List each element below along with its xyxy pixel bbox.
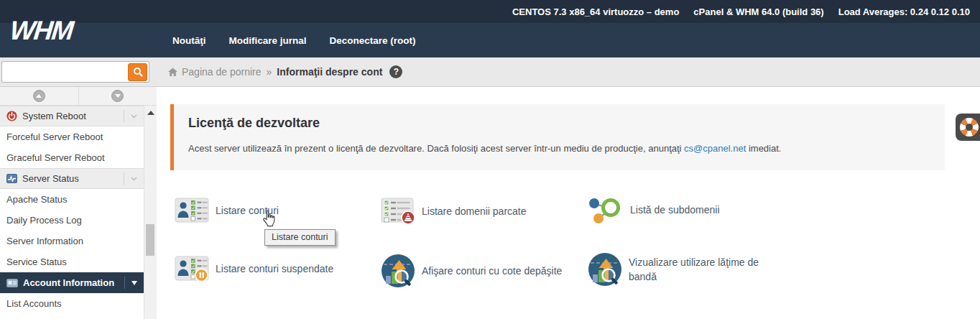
sidebar-menu: System Reboot Forceful Server Reboot Gra… [0,106,144,314]
main-content: Licenţă de dezvoltare Acest server utili… [157,87,980,319]
account-list-icon [175,198,209,223]
sidebar-item-forceful-server-reboot[interactable]: Forceful Server Reboot [0,126,144,147]
sidebar-item-list-accounts[interactable]: List Accounts [0,293,144,314]
nav-news[interactable]: Noutăţi [172,35,206,46]
feature-label: Vizualizare utilizare lăţime de bandă [629,255,781,285]
scrollbar-up-arrow-icon[interactable] [147,111,154,115]
power-icon [6,111,17,121]
license-body-text: Acest server utilizează în prezent o lic… [188,143,684,154]
scrollbar-thumb[interactable] [146,224,154,256]
license-notice-title: Licenţă de dezvoltare [188,116,930,131]
license-notice-box: Licenţă de dezvoltare Acest server utili… [170,104,945,170]
breadcrumb: Pagina de pornire » Informaţii despre co… [167,57,402,86]
top-nav: Noutăţi Modificare jurnal Deconectare (r… [172,23,416,57]
server-info-bar: CENTOS 7.3 x86_64 virtuozzo – demo cPane… [0,0,980,23]
breadcrumb-bar: Pagina de pornire » Informaţii despre co… [0,57,980,87]
breadcrumb-separator: » [267,66,272,78]
sidebar-group-account-information[interactable]: Account Information [0,272,144,293]
suspended-accounts-icon [175,256,209,282]
parked-domains-icon [381,198,415,225]
sidebar-scroll-down-button[interactable] [79,87,157,105]
license-notice-body: Acest server utilizează în prezent o lic… [188,143,930,154]
sidebar-group-label: Account Information [23,277,114,288]
sidebar: System Reboot Forceful Server Reboot Gra… [0,87,157,319]
sidebar-group-system-reboot[interactable]: System Reboot [0,106,144,126]
feature-list-suspended-accounts[interactable]: Listare conturi suspendate [175,256,333,282]
breadcrumb-home-label: Pagina de pornire [182,66,262,78]
feature-show-accounts-over-quota[interactable]: Afişare conturi cu cote depăşite [381,254,562,288]
tooltip: Listare conturi [264,229,336,246]
sidebar-scroll-buttons [0,87,157,106]
help-icon[interactable]: ? [389,65,402,78]
sidebar-item-service-status[interactable]: Service Status [0,251,144,272]
quota-exceeded-icon [381,254,415,288]
support-widget-button[interactable] [956,114,980,141]
sidebar-search [1,61,149,83]
cpanel-support-email-link[interactable]: cs@cpanel.net [684,143,746,154]
subdomains-icon [588,195,624,225]
chevron-up-icon [33,90,45,102]
search-button[interactable] [128,63,147,81]
sidebar-group-server-status[interactable]: Server Status [0,168,144,189]
feature-label: Listare conturi [216,203,279,218]
sidebar-item-daily-process-log[interactable]: Daily Process Log [0,210,144,231]
feature-label: Listare domenii parcate [422,204,527,218]
status-graph-icon [6,174,17,183]
sidebar-item-graceful-server-reboot[interactable]: Graceful Server Reboot [0,147,144,168]
search-icon [133,67,143,77]
feature-list-parked-domains[interactable]: Listare domenii parcate [381,198,527,225]
sidebar-group-label: System Reboot [22,111,86,121]
sidebar-item-apache-status[interactable]: Apache Status [0,189,144,210]
sidebar-group-label: Server Status [22,173,79,184]
masthead: CENTOS 7.3 x86_64 virtuozzo – demo cPane… [0,0,980,57]
sidebar-scroll-up-button[interactable] [0,87,79,105]
chevron-down-icon [124,277,144,289]
bandwidth-usage-icon [588,252,622,287]
breadcrumb-home-link[interactable]: Pagina de pornire [167,66,262,78]
load-averages: Load Averages: 0.24 0.12 0.10 [838,6,970,17]
whm-version-info: cPanel & WHM 64.0 (build 36) [693,6,823,17]
whm-logo[interactable]: WHM [9,16,74,46]
id-card-icon [6,279,18,287]
chevron-down-icon [111,90,124,102]
sidebar-scrollbar[interactable] [144,106,157,319]
sidebar-item-server-information[interactable]: Server Information [0,231,144,251]
feature-view-bandwidth-usage[interactable]: Vizualizare utilizare lăţime de bandă [588,252,781,287]
chevron-down-icon [124,110,144,122]
search-input[interactable] [2,62,128,82]
home-icon [167,68,178,77]
feature-list-subdomains[interactable]: Listă de subdomenii [588,195,720,225]
feature-list-accounts[interactable]: Listare conturi [175,198,279,223]
chevron-down-icon [124,172,144,185]
life-ring-icon [957,115,980,139]
feature-label: Listă de subdomenii [630,203,720,217]
feature-label: Afişare conturi cu cote depăşite [422,264,562,278]
server-os-info: CENTOS 7.3 x86_64 virtuozzo – demo [512,6,679,17]
license-body-text-after: imediat. [746,143,781,154]
nav-logout[interactable]: Deconectare (root) [330,35,416,46]
breadcrumb-current: Informaţii despre cont [277,66,382,78]
nav-change-log[interactable]: Modificare jurnal [229,35,307,46]
feature-label: Listare conturi suspendate [216,262,333,276]
